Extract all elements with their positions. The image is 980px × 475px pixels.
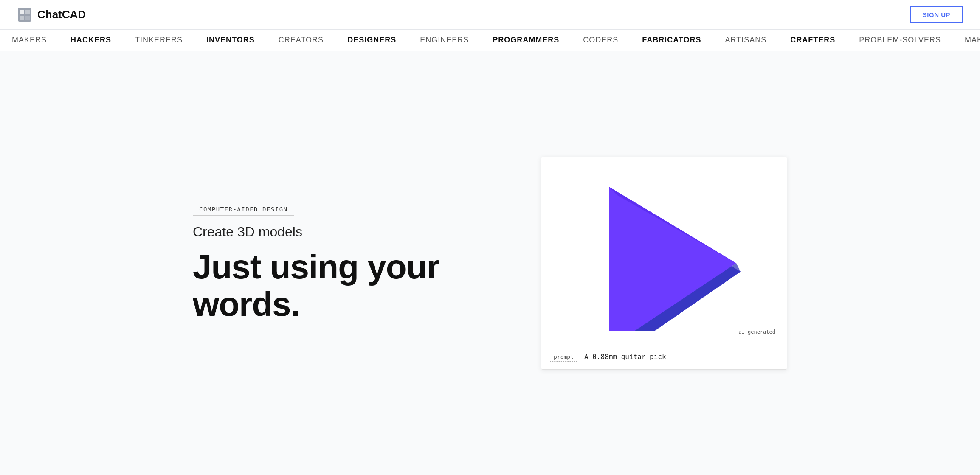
model-prompt-area: prompt A 0.88mm guitar pick — [541, 344, 787, 369]
ai-generated-badge: ai-generated — [734, 327, 780, 337]
logo-area: ChatCAD — [17, 7, 86, 22]
header: ChatCAD SIGN UP — [0, 0, 980, 30]
hero-subtitle: Create 3D models — [193, 224, 302, 240]
hero-headline: Just using your words. — [193, 248, 490, 323]
marquee-item: MAKERS — [0, 36, 59, 45]
guitar-pick-svg — [583, 170, 745, 331]
marquee-track: MAKERSHACKERSTINKERERSINVENTORSCREATORSD… — [0, 36, 980, 45]
marquee-item: PROBLEM-SOLVERS — [847, 36, 953, 45]
marquee-item: HACKERS — [59, 36, 123, 45]
logo-icon — [17, 7, 32, 22]
model-preview-card-wrapper: ai-generated prompt A 0.88mm guitar pick — [541, 157, 787, 370]
hero-badge: COMPUTER-AIDED DESIGN — [193, 203, 294, 216]
svg-rect-2 — [25, 10, 30, 14]
logo-text: ChatCAD — [37, 8, 86, 21]
marquee-item: CREATORS — [267, 36, 335, 45]
model-viewport: ai-generated — [541, 157, 787, 344]
marquee-item: FABRICATORS — [630, 36, 713, 45]
pick-3d-visual — [583, 170, 745, 331]
prompt-value: A 0.88mm guitar pick — [584, 353, 666, 361]
svg-rect-4 — [25, 16, 30, 20]
model-card: ai-generated prompt A 0.88mm guitar pick — [541, 157, 787, 370]
marquee-item: MAKERS — [953, 36, 980, 45]
hero-left: COMPUTER-AIDED DESIGN Create 3D models J… — [193, 203, 490, 323]
marquee-item: CRAFTERS — [778, 36, 847, 45]
main-content: COMPUTER-AIDED DESIGN Create 3D models J… — [0, 51, 980, 475]
marquee-item: INVENTORS — [194, 36, 267, 45]
marquee-item: CODERS — [571, 36, 630, 45]
marquee-bar: MAKERSHACKERSTINKERERSINVENTORSCREATORSD… — [0, 30, 980, 51]
svg-rect-1 — [20, 10, 24, 14]
svg-rect-3 — [20, 16, 24, 20]
marquee-item: DESIGNERS — [335, 36, 408, 45]
marquee-item: PROGRAMMERS — [481, 36, 571, 45]
sign-up-button[interactable]: SIGN UP — [910, 6, 963, 23]
marquee-item: ARTISANS — [713, 36, 779, 45]
prompt-label: prompt — [550, 352, 577, 362]
marquee-item: ENGINEERS — [408, 36, 481, 45]
marquee-item: TINKERERS — [123, 36, 194, 45]
